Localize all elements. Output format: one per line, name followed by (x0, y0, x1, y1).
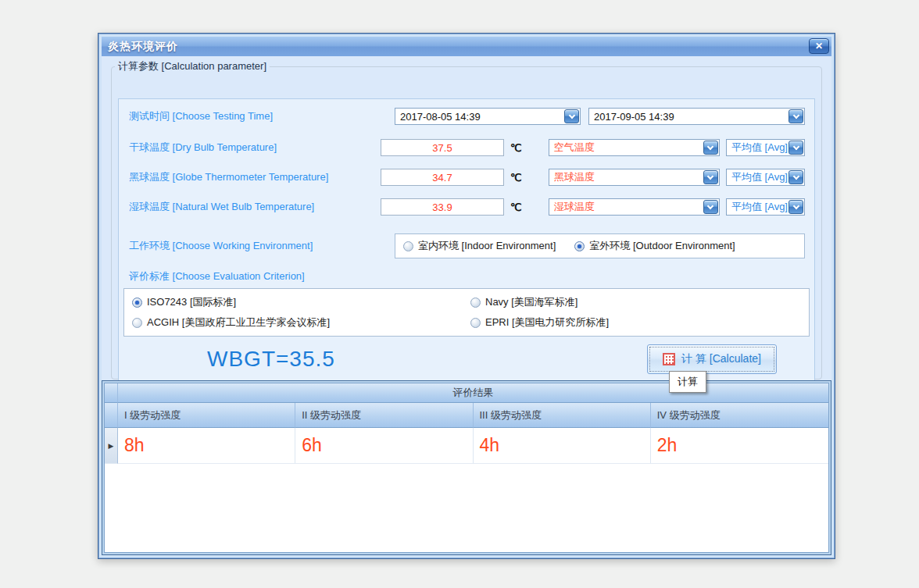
results-grid: 评价结果 I 级劳动强度 II 级劳动强度 III 级劳动强度 IV 级劳动强度… (104, 383, 829, 553)
working-environment-label: 工作环境 [Choose Working Environment] (129, 239, 381, 253)
wet-bulb-label: 湿球温度 [Natural Wet Bulb Temperature] (129, 200, 381, 214)
close-button[interactable]: ✕ (809, 38, 829, 54)
results-table: 评价结果 I 级劳动强度 II 级劳动强度 III 级劳动强度 IV 级劳动强度… (102, 380, 831, 555)
calculation-parameter-groupbox: 计算参数 [Calculation parameter] 测试时间 [Choos… (111, 59, 822, 380)
radio-navy[interactable]: Navy [美国海军标准] (470, 295, 809, 309)
chevron-down-icon (792, 112, 799, 118)
globe-temp-label: 黑球温度 [Globe Thermometer Temperature] (129, 170, 381, 184)
dropdown-button[interactable] (703, 170, 718, 184)
acgih-label: ACGIH [美国政府工业卫生学家会议标准] (147, 315, 330, 330)
wet-bulb-unit: ℃ (510, 201, 527, 213)
table-cell-level1[interactable]: 8h (118, 428, 295, 464)
column-header-level1: I 级劳动强度 (118, 403, 295, 428)
chevron-down-icon (792, 202, 799, 208)
radio-icon (403, 241, 413, 251)
chevron-down-icon (707, 202, 713, 208)
wet-bulb-input[interactable] (381, 198, 504, 216)
table-cell-level3[interactable]: 4h (474, 428, 651, 464)
globe-temp-stat-combobox[interactable]: 平均值 [Avg] (726, 169, 805, 186)
table-cell-level4[interactable]: 2h (651, 428, 828, 464)
wet-bulb-stat-combobox[interactable]: 平均值 [Avg] (726, 198, 805, 216)
calculate-button-label: 计 算 [Calculate] (681, 352, 761, 366)
parameter-panel: 测试时间 [Choose Testing Time] 2017-08-05 14… (118, 98, 815, 387)
chevron-down-icon (707, 143, 713, 149)
testing-time-label: 测试时间 [Choose Testing Time] (129, 109, 381, 123)
chevron-down-icon (707, 173, 713, 179)
radio-acgih[interactable]: ACGIH [美国政府工业卫生学家会议标准] (132, 315, 470, 330)
dropdown-button[interactable] (788, 109, 803, 123)
chevron-down-icon (792, 143, 799, 149)
radio-indoor-environment[interactable]: 室内环境 [Indoor Environment] (403, 239, 556, 253)
working-environment-box: 室内环境 [Indoor Environment] 室外环境 [Outdoor … (395, 233, 805, 258)
dry-bulb-unit: ℃ (510, 142, 527, 154)
working-environment-row: 工作环境 [Choose Working Environment] 室内环境 [… (129, 233, 805, 258)
testing-time-end-value: 2017-09-05 14:39 (589, 109, 788, 124)
outdoor-environment-label: 室外环境 [Outdoor Environment] (589, 239, 735, 253)
chevron-down-icon (792, 173, 799, 179)
testing-time-start-value: 2017-08-05 14:39 (395, 109, 563, 124)
row-marker-icon: ▶ (109, 442, 114, 450)
tooltip-text: 计算 (678, 376, 698, 387)
dropdown-button[interactable] (703, 141, 718, 155)
wet-bulb-source-value: 湿球温度 (549, 199, 703, 215)
column-header-level4: IV 级劳动强度 (651, 403, 828, 428)
wbgt-value: WBGT=35.5 (207, 347, 335, 372)
testing-time-row: 测试时间 [Choose Testing Time] 2017-08-05 14… (129, 107, 805, 126)
dropdown-button[interactable] (788, 200, 803, 214)
globe-temp-unit: ℃ (510, 172, 527, 184)
dry-bulb-stat-combobox[interactable]: 平均值 [Avg] (726, 139, 805, 156)
iso7243-label: ISO7243 [国际标准] (147, 295, 236, 309)
dropdown-button[interactable] (788, 141, 803, 155)
radio-icon (470, 298, 481, 308)
dry-bulb-source-value: 空气温度 (549, 140, 703, 155)
selector-header-cell (105, 403, 118, 428)
chevron-down-icon (568, 112, 574, 118)
indoor-environment-label: 室内环境 [Indoor Environment] (418, 239, 556, 253)
epri-label: EPRI [美国电力研究所标准] (485, 315, 609, 330)
globe-temp-input[interactable] (381, 169, 504, 186)
wet-bulb-source-combobox[interactable]: 湿球温度 (549, 198, 720, 216)
window-title: 炎热环境评价 (102, 40, 178, 54)
table-empty-area (105, 464, 828, 552)
dropdown-button[interactable] (703, 200, 718, 214)
globe-temp-row: 黑球温度 [Globe Thermometer Temperature] ℃ 黑… (129, 168, 805, 187)
testing-time-end-combobox[interactable]: 2017-09-05 14:39 (588, 108, 805, 125)
column-header-level3: III 级劳动强度 (474, 403, 651, 428)
radio-outdoor-environment[interactable]: 室外环境 [Outdoor Environment] (574, 239, 735, 253)
dropdown-button[interactable] (564, 109, 579, 123)
navy-label: Navy [美国海军标准] (485, 295, 578, 309)
dry-bulb-input[interactable] (381, 139, 504, 156)
radio-iso7243[interactable]: ISO7243 [国际标准] (132, 295, 470, 309)
row-selector-cell[interactable]: ▶ (105, 428, 118, 464)
testing-time-start-combobox[interactable]: 2017-08-05 14:39 (395, 108, 581, 125)
calculator-icon (663, 353, 675, 365)
dry-bulb-source-combobox[interactable]: 空气温度 (549, 139, 720, 156)
calculate-tooltip: 计算 (669, 371, 706, 393)
dry-bulb-stat-value: 平均值 [Avg] (727, 140, 788, 155)
radio-icon (132, 298, 142, 308)
table-title: 评价结果 (453, 386, 494, 400)
criterion-label: 评价标准 [Choose Evaluation Criterion] (129, 269, 305, 283)
close-icon: ✕ (815, 41, 823, 52)
selector-header-cell (105, 383, 118, 403)
table-cell-level2[interactable]: 6h (295, 428, 473, 464)
calculate-button[interactable]: 计 算 [Calculate] (647, 344, 777, 374)
criterion-box: ISO7243 [国际标准] Navy [美国海军标准] ACGIH [美国政府… (123, 288, 810, 337)
wet-bulb-row: 湿球温度 [Natural Wet Bulb Temperature] ℃ 湿球… (129, 198, 805, 216)
radio-icon (470, 318, 481, 328)
dry-bulb-label: 干球温度 [Dry Bulb Temperature] (129, 141, 381, 155)
dialog-window: 炎热环境评价 ✕ 计算参数 [Calculation parameter] 测试… (98, 33, 835, 559)
globe-temp-source-combobox[interactable]: 黑球温度 (549, 169, 720, 186)
radio-icon (574, 241, 585, 251)
globe-temp-source-value: 黑球温度 (549, 169, 703, 185)
groupbox-legend: 计算参数 [Calculation parameter] (115, 59, 270, 73)
dry-bulb-row: 干球温度 [Dry Bulb Temperature] ℃ 空气温度 平均值 [… (129, 138, 805, 157)
column-header-level2: II 级劳动强度 (295, 403, 473, 428)
title-bar[interactable]: 炎热环境评价 ✕ (102, 37, 831, 56)
radio-epri[interactable]: EPRI [美国电力研究所标准] (470, 315, 809, 330)
globe-temp-stat-value: 平均值 [Avg] (727, 169, 788, 185)
radio-icon (132, 318, 142, 328)
dropdown-button[interactable] (788, 170, 803, 184)
wet-bulb-stat-value: 平均值 [Avg] (727, 199, 788, 215)
dialog-content: 计算参数 [Calculation parameter] 测试时间 [Choos… (102, 56, 831, 555)
